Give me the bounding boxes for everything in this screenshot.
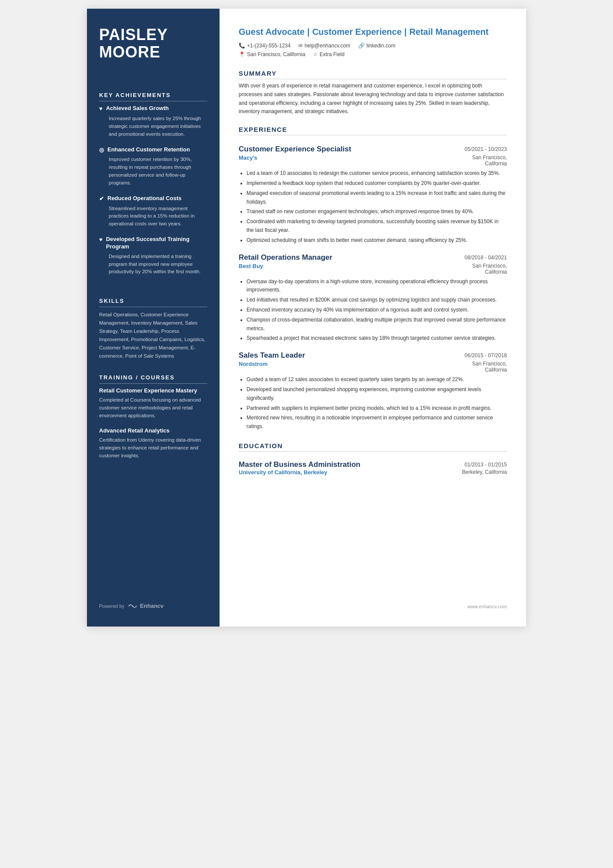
job-header: Retail Operations Manager 08/2018 - 04/2… [239,253,507,262]
experience-section-title: EXPERIENCE [239,126,507,135]
education-entry: Master of Business Administration 01/201… [239,454,507,476]
job-title: Retail Operations Manager [239,253,332,262]
sidebar: PAISLEY MOORE KEY ACHIEVEMENTS ♥ Achieve… [87,9,220,627]
sidebar-footer: Powered by Enhancv [99,590,207,609]
brand-name: Enhancv [140,603,163,609]
job-title-part3: Retail Management [409,27,488,37]
contact-phone: 📞 +1-(234)-555-1234 [239,43,290,49]
achievement-item: ♥ Developed Successful Training Program … [99,236,207,276]
job-header: Customer Experience Specialist 05/2021 -… [239,145,507,154]
course-desc: Completed at Coursera focusing on advanc… [99,396,207,419]
skills-section-title: SKILLS [99,298,207,307]
email-text: help@enhancv.com [304,43,350,49]
edu-subrow: University of California, Berkeley Berke… [239,469,507,476]
school-name: University of California, Berkeley [239,469,327,476]
course-title: Advanced Retail Analytics [99,427,207,435]
company-name: Macy's [239,154,257,161]
bullet-item: Developed and launched personalized shop… [247,385,507,403]
job-subrow: Best Buy San Francisco,California [239,263,507,275]
bullet-item: Mentored new hires, resulting in a notic… [247,414,507,431]
achievement-item: ♥ Achieved Sales Growth Increased quarte… [99,105,207,138]
training-section-title: TRAINING / COURSES [99,374,207,384]
check-icon: ✔ [99,195,104,203]
company-name: Best Buy [239,263,263,269]
contact-row-2: 📍 San Francisco, California ☆ Extra Fiel… [239,51,507,57]
company-name: Nordstrom [239,361,267,367]
job-date: 06/2015 - 07/2018 [465,352,507,359]
job-title: Sales Team Leader [239,351,305,360]
bullet-item: Led initiatives that resulted in $200K a… [247,296,507,305]
job-subrow: Macy's San Francisco,California [239,154,507,167]
pipe-separator: | [404,27,407,37]
job-location: San Francisco,California [472,263,507,275]
courses-list: Retail Customer Experience Mastery Compl… [99,387,207,468]
job-location: San Francisco,California [472,361,507,373]
job-title-part1: Guest Advocate [239,27,305,37]
main-content: Guest Advocate|Customer Experience|Retai… [220,9,526,627]
name-line1: PAISLEY [99,26,168,44]
course-item: Retail Customer Experience Mastery Compl… [99,387,207,419]
bullet-item: Implemented a feedback loop system that … [247,179,507,188]
bullet-item: Led a team of 10 associates to redesign … [247,169,507,178]
edu-date: 01/2013 - 01/2015 [465,462,507,469]
main-footer: www.enhancv.com [239,595,507,609]
bullet-item: Oversaw day-to-day operations in a high-… [247,278,507,295]
job-entry: Retail Operations Manager 08/2018 - 04/2… [239,246,507,345]
footer-url: www.enhancv.com [467,604,507,609]
achievement-title: ◎ Enhanced Customer Retention [99,146,207,154]
course-item: Advanced Retail Analytics Certification … [99,427,207,459]
job-bullets: Guided a team of 12 sales associates to … [239,375,507,431]
bullet-item: Spearheaded a project that increased ele… [247,334,507,343]
email-icon: ✉ [298,43,303,49]
phone-text: +1-(234)-555-1234 [247,43,290,49]
education-section-title: EDUCATION [239,442,507,452]
summary-text: With over 8 years of experience in retai… [239,82,507,116]
achievement-desc: Improved customer retention by 30%, resu… [99,156,207,187]
achievement-item: ◎ Enhanced Customer Retention Improved c… [99,146,207,187]
bullet-item: Coordinated with marketing to develop ta… [247,218,507,235]
job-entry: Sales Team Leader 06/2015 - 07/2018 Nord… [239,344,507,432]
job-date: 08/2018 - 04/2021 [465,255,507,261]
bullet-item: Partnered with suppliers to implement be… [247,404,507,413]
star-icon: ☆ [313,51,318,57]
bullet-item: Optimized scheduling of team shifts to b… [247,236,507,245]
pipe-separator: | [307,27,310,37]
job-location: San Francisco,California [472,154,507,167]
skills-text: Retail Operations, Customer Experience M… [99,311,207,360]
contact-row: 📞 +1-(234)-555-1234 ✉ help@enhancv.com 🔗… [239,43,507,49]
extra-text: Extra Field [320,51,344,57]
course-title: Retail Customer Experience Mastery [99,387,207,395]
achievement-item: ✔ Reduced Operational Costs Streamlined … [99,195,207,228]
job-title: Customer Experience Specialist [239,145,351,154]
achievements-list: ♥ Achieved Sales Growth Increased quarte… [99,105,207,284]
candidate-name: PAISLEY MOORE [99,26,207,60]
bullet-item: Managed execution of seasonal promotiona… [247,189,507,207]
phone-icon: 📞 [239,43,245,49]
linkedin-text: linkedin.com [366,43,396,49]
name-line2: MOORE [99,43,160,61]
contact-location: 📍 San Francisco, California [239,51,305,57]
bullet-item: Trained staff on new customer engagement… [247,208,507,216]
heart-icon: ♥ [99,105,103,113]
location-icon: 📍 [239,51,245,57]
job-title-part2: Customer Experience [312,27,402,37]
link-icon: 🔗 [358,43,365,49]
edu-location: Berkeley, California [462,469,507,476]
achievement-desc: Increased quarterly sales by 25% through… [99,115,207,138]
job-subrow: Nordstrom San Francisco,California [239,361,507,373]
bullet-item: Guided a team of 12 sales associates to … [247,375,507,384]
heart-icon: ♥ [99,236,103,244]
bullet-item: Enhanced inventory accuracy by 40% via i… [247,306,507,315]
location-text: San Francisco, California [247,51,305,57]
course-desc: Certification from Udemy covering data-d… [99,436,207,459]
summary-section-title: SUMMARY [239,70,507,79]
achievements-section-title: KEY ACHIEVEMENTS [99,92,207,101]
bullet-item: Champion of cross-departmental collabora… [247,316,507,333]
job-bullets: Led a team of 10 associates to redesign … [239,169,507,245]
main-job-title: Guest Advocate|Customer Experience|Retai… [239,26,507,37]
edu-header: Master of Business Administration 01/201… [239,460,507,469]
job-entry: Customer Experience Specialist 05/2021 -… [239,138,507,246]
degree-title: Master of Business Administration [239,460,360,469]
contact-email: ✉ help@enhancv.com [298,43,350,49]
achievement-title: ♥ Achieved Sales Growth [99,105,207,113]
